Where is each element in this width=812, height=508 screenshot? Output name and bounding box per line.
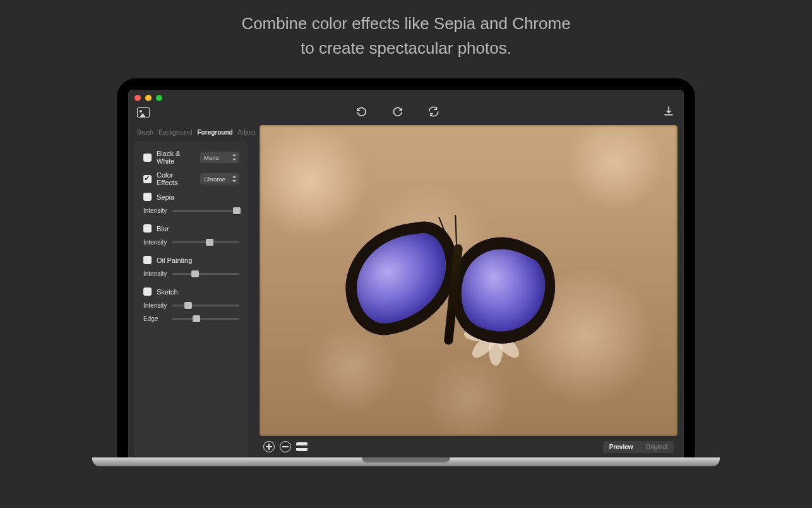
- original-option[interactable]: Original: [640, 441, 674, 453]
- color-effects-checkbox[interactable]: [143, 175, 152, 183]
- sketch-intensity-label: Intensity: [143, 302, 167, 309]
- preview-option[interactable]: Preview: [603, 441, 640, 453]
- laptop-base: [92, 457, 720, 466]
- tab-foreground[interactable]: Foreground: [198, 129, 233, 136]
- download-icon: [662, 105, 675, 118]
- zoom-out-button[interactable]: [280, 441, 291, 452]
- oil-intensity-slider[interactable]: [172, 273, 239, 275]
- laptop-frame: Brush Background Foreground Adjust Black…: [117, 78, 695, 457]
- window-controls: [128, 90, 684, 104]
- black-white-select[interactable]: Mono: [200, 152, 239, 163]
- sepia-intensity-slider[interactable]: [172, 210, 239, 212]
- black-white-label: Black & White: [157, 150, 195, 165]
- marketing-line1: Combine color effects like Sepia and Chr…: [0, 11, 812, 36]
- image-canvas[interactable]: [260, 125, 678, 436]
- fit-to-screen-button[interactable]: [296, 442, 307, 451]
- blur-label: Blur: [157, 225, 239, 233]
- undo-button[interactable]: [355, 106, 367, 120]
- export-button[interactable]: [662, 105, 675, 120]
- laptop-notch: [362, 457, 450, 463]
- oil-intensity-label: Intensity: [143, 270, 167, 277]
- reset-button[interactable]: [427, 106, 439, 120]
- close-window-button[interactable]: [134, 95, 141, 101]
- oil-painting-label: Oil Painting: [157, 257, 239, 264]
- marketing-headline: Combine color effects like Sepia and Chr…: [0, 0, 812, 61]
- blur-intensity-slider[interactable]: [172, 241, 239, 243]
- fullscreen-window-button[interactable]: [156, 95, 162, 101]
- sketch-intensity-slider[interactable]: [172, 305, 239, 306]
- blur-intensity-label: Intensity: [143, 239, 167, 246]
- canvas-footer: Preview Original: [260, 436, 678, 457]
- blur-checkbox[interactable]: [143, 224, 152, 233]
- color-effects-label: Color Effects: [157, 171, 195, 186]
- redo-button[interactable]: [391, 106, 403, 120]
- sketch-edge-label: Edge: [143, 315, 167, 322]
- open-image-button[interactable]: [137, 107, 150, 118]
- undo-icon: [355, 106, 367, 118]
- sidebar: Brush Background Foreground Adjust Black…: [128, 125, 248, 457]
- tab-brush[interactable]: Brush: [137, 129, 153, 136]
- zoom-in-button[interactable]: [263, 441, 275, 452]
- toolbar: [128, 104, 684, 125]
- canvas-butterfly: [345, 219, 559, 364]
- sepia-label: Sepia: [157, 193, 239, 201]
- sepia-checkbox[interactable]: [143, 193, 152, 201]
- marketing-line2: to create spectacular photos.: [0, 36, 812, 61]
- effects-panel: Black & White Mono Color Effects Chrome …: [134, 141, 248, 457]
- app-window: Brush Background Foreground Adjust Black…: [128, 90, 684, 457]
- sketch-label: Sketch: [157, 288, 239, 296]
- color-effects-select[interactable]: Chrome: [200, 173, 239, 184]
- image-icon: [137, 107, 150, 118]
- preview-toggle: Preview Original: [603, 441, 674, 453]
- minimize-window-button[interactable]: [145, 95, 152, 101]
- oil-painting-checkbox[interactable]: [143, 256, 152, 264]
- sepia-intensity-label: Intensity: [143, 207, 167, 214]
- tab-background[interactable]: Background: [158, 129, 192, 136]
- black-white-checkbox[interactable]: [143, 154, 152, 162]
- sketch-checkbox[interactable]: [143, 287, 152, 296]
- sidebar-tabs: Brush Background Foreground Adjust: [128, 125, 248, 141]
- refresh-icon: [427, 106, 439, 118]
- sketch-edge-slider[interactable]: [172, 318, 239, 320]
- redo-icon: [391, 106, 403, 118]
